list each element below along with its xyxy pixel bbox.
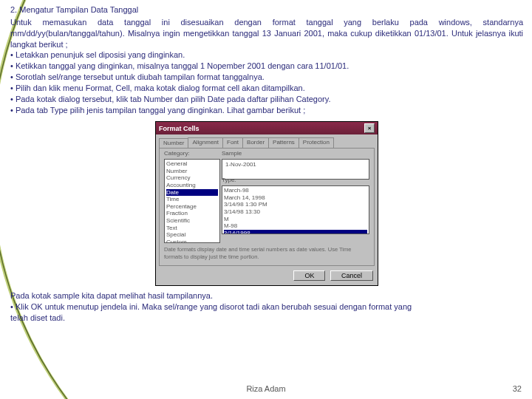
type-item[interactable]: 3/14/1998 — [224, 230, 367, 234]
type-item[interactable]: 3/14/98 1:30 PM — [224, 201, 367, 208]
cat-text[interactable]: Text — [166, 225, 218, 232]
bullet-6: • Pada tab Type pilih jenis tampilan tan… — [10, 105, 523, 116]
tab-font[interactable]: Font — [222, 137, 243, 148]
footer-author: Riza Adam — [0, 384, 532, 393]
section-heading: 2. Mengatur Tampilan Data Tanggal — [10, 4, 523, 16]
sample-box: 1-Nov-2001 — [222, 159, 369, 180]
tab-number[interactable]: Number — [159, 138, 188, 149]
cat-number[interactable]: Number — [166, 168, 218, 175]
bullet-3: • Sorotlah sel/range tersebut untuk diub… — [10, 72, 523, 83]
type-item[interactable]: M-98 — [224, 222, 367, 230]
footer-page-number: 32 — [513, 384, 522, 393]
after-2: • Klik OK untuk menutup jendela ini. Mak… — [10, 301, 523, 313]
after-1: Pada kotak sample kita dapat melihat has… — [10, 290, 523, 301]
dialog-titlebar: Format Cells × — [156, 122, 378, 134]
after-3: telah diset tadi. — [10, 313, 523, 324]
category-label: Category: — [164, 150, 190, 158]
body-text: 2. Mengatur Tampilan Data Tanggal Untuk … — [0, 0, 532, 324]
close-icon[interactable]: × — [364, 123, 375, 133]
cat-time[interactable]: Time — [166, 196, 218, 203]
cat-date[interactable]: Date — [166, 189, 218, 197]
cat-special[interactable]: Special — [166, 231, 218, 239]
type-item[interactable]: M — [224, 216, 367, 223]
sample-label: Sample — [222, 150, 242, 158]
tab-protection[interactable]: Protection — [299, 137, 334, 148]
tab-alignment[interactable]: Alignment — [188, 137, 223, 148]
cat-percentage[interactable]: Percentage — [166, 203, 218, 211]
bullet-1: • Letakkan penunjuk sel diposisi yang di… — [10, 50, 523, 61]
tab-patterns[interactable]: Patterns — [268, 137, 299, 148]
cat-accounting[interactable]: Accounting — [166, 182, 218, 189]
type-item[interactable]: March 14, 1998 — [224, 194, 367, 202]
dialog-tabs: Number Alignment Font Border Patterns Pr… — [156, 134, 378, 148]
bullet-4: • Pilih dan klik menu Format, Cell, maka… — [10, 83, 523, 94]
category-listbox[interactable]: General Number Currency Accounting Date … — [164, 159, 220, 243]
type-item[interactable]: March-98 — [224, 187, 367, 194]
cat-currency[interactable]: Currency — [166, 174, 218, 182]
tab-border[interactable]: Border — [242, 137, 269, 148]
cat-scientific[interactable]: Scientific — [166, 217, 218, 225]
dialog-title: Format Cells — [159, 124, 200, 133]
dialog-panel: Category: General Number Currency Accoun… — [159, 148, 375, 266]
ok-button[interactable]: OK — [293, 270, 325, 281]
cat-general[interactable]: General — [166, 160, 218, 168]
bullet-2: • Ketikkan tanggal yang dinginkan, misal… — [10, 61, 523, 72]
format-cells-dialog: Format Cells × Number Alignment Font Bor… — [155, 121, 378, 286]
type-label: Type: — [222, 177, 236, 185]
bullet-5: • Pada kotak dialog tersebut, klik tab N… — [10, 94, 523, 105]
intro-paragraph: Untuk memasukan data tanggal ini disesua… — [10, 17, 523, 50]
type-item[interactable]: 3/14/98 13:30 — [224, 208, 367, 216]
cat-fraction[interactable]: Fraction — [166, 210, 218, 217]
cat-custom[interactable]: Custom — [166, 239, 218, 243]
format-hint: Date formats display date and time seria… — [164, 246, 369, 261]
type-listbox[interactable]: March-98 March 14, 1998 3/14/98 1:30 PM … — [222, 185, 369, 234]
cancel-button[interactable]: Cancel — [330, 270, 373, 281]
